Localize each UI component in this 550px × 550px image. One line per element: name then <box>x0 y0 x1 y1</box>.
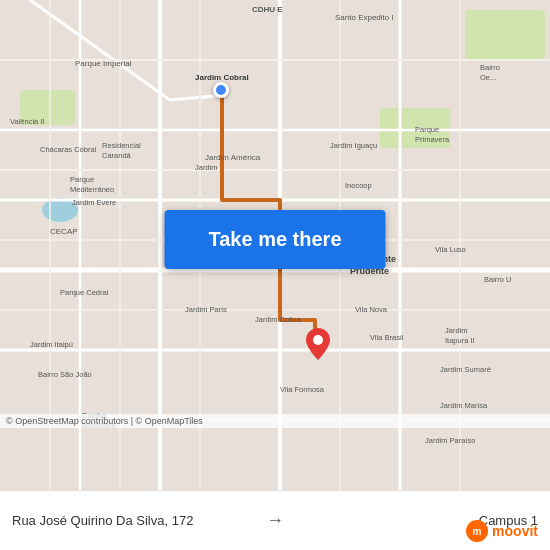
svg-point-4 <box>42 198 78 222</box>
arrow-icon: → <box>266 510 284 531</box>
svg-text:CECAP: CECAP <box>50 227 78 236</box>
svg-text:Residencial: Residencial <box>102 141 141 150</box>
svg-text:Bairro: Bairro <box>480 63 500 72</box>
svg-text:Inocoop: Inocoop <box>345 181 372 190</box>
route-info: Rua José Quirino Da Silva, 172 → Campus … <box>12 510 538 531</box>
svg-point-65 <box>313 335 323 345</box>
svg-text:Jardim Marisa: Jardim Marisa <box>440 401 488 410</box>
moovit-icon: m <box>466 520 488 542</box>
svg-text:Jardim Iguaçu: Jardim Iguaçu <box>330 141 377 150</box>
bottom-bar: Rua José Quirino Da Silva, 172 → Campus … <box>0 490 550 550</box>
svg-rect-3 <box>380 108 450 148</box>
svg-text:Jardim Cobral: Jardim Cobral <box>195 73 249 82</box>
svg-text:Jardim: Jardim <box>445 326 468 335</box>
svg-text:Vila Formosa: Vila Formosa <box>280 385 325 394</box>
svg-text:Carandá: Carandá <box>102 151 132 160</box>
svg-text:Santo Expedito I: Santo Expedito I <box>335 13 394 22</box>
svg-text:m: m <box>473 526 482 537</box>
svg-text:Vila Luso: Vila Luso <box>435 245 466 254</box>
svg-text:Jardim Paris: Jardim Paris <box>185 305 227 314</box>
svg-line-13 <box>30 0 170 100</box>
map-attribution: © OpenStreetMap contributors | © OpenMap… <box>0 414 550 428</box>
origin-marker <box>213 82 229 98</box>
svg-text:Jardim Colina: Jardim Colina <box>255 315 302 324</box>
svg-text:Chácaras Cobral: Chácaras Cobral <box>40 145 97 154</box>
from-location: Rua José Quirino Da Silva, 172 <box>12 513 258 528</box>
take-me-there-button[interactable]: Take me there <box>164 210 385 269</box>
moovit-logo: m moovit <box>466 520 538 542</box>
svg-text:Jardim: Jardim <box>195 163 218 172</box>
svg-text:Bairro São João: Bairro São João <box>38 370 92 379</box>
svg-text:Jardim Itaipú: Jardim Itaipú <box>30 340 73 349</box>
svg-text:Jardim América: Jardim América <box>205 153 261 162</box>
svg-text:Parque Cedral: Parque Cedral <box>60 288 109 297</box>
svg-text:CDHU E: CDHU E <box>252 5 283 14</box>
svg-text:Vila Nova: Vila Nova <box>355 305 388 314</box>
svg-rect-2 <box>465 10 545 60</box>
map-container: CDHU E Santo Expedito I Jardim Cobral Pa… <box>0 0 550 490</box>
svg-text:Jardim Paraíso: Jardim Paraíso <box>425 436 475 445</box>
svg-text:Parque: Parque <box>70 175 94 184</box>
svg-text:Oe...: Oe... <box>480 73 496 82</box>
svg-text:Parque: Parque <box>415 125 439 134</box>
svg-text:Valência II: Valência II <box>10 117 44 126</box>
moovit-text: moovit <box>492 523 538 539</box>
svg-text:Bairro U: Bairro U <box>484 275 512 284</box>
svg-text:Jardim Evere: Jardim Evere <box>72 198 116 207</box>
svg-text:Parque Imperial: Parque Imperial <box>75 59 132 68</box>
svg-rect-1 <box>20 90 75 125</box>
svg-text:Jardim Sumaré: Jardim Sumaré <box>440 365 491 374</box>
destination-marker <box>306 328 330 360</box>
svg-text:Mediterrâneo: Mediterrâneo <box>70 185 114 194</box>
svg-text:Vila Brasil: Vila Brasil <box>370 333 404 342</box>
svg-text:Primavera: Primavera <box>415 135 450 144</box>
svg-text:Itapura II: Itapura II <box>445 336 475 345</box>
